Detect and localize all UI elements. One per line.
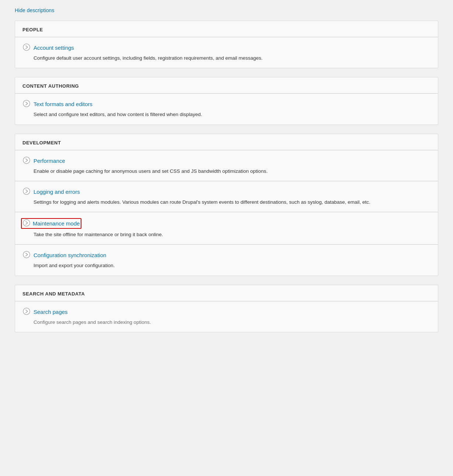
chevron-right-icon — [22, 156, 34, 165]
description-configuration-synchronization: Import and export your configuration. — [22, 262, 431, 269]
section-header-development: DEVELOPMENT — [15, 134, 438, 146]
item-title-row-logging-and-errors: Logging and errors — [22, 187, 431, 196]
svg-point-2 — [23, 157, 30, 164]
description-account-settings: Configure default user account settings,… — [22, 55, 431, 62]
item-title-row-maintenance-mode: Maintenance mode — [22, 218, 431, 229]
item-logging-and-errors: Logging and errorsSettings for logging a… — [15, 181, 438, 212]
svg-point-1 — [23, 100, 30, 107]
section-header-people: PEOPLE — [15, 21, 438, 32]
chevron-right-icon — [22, 307, 34, 316]
description-maintenance-mode: Take the site offline for maintenance or… — [22, 231, 431, 238]
section-title-search-and-metadata: SEARCH AND METADATA — [22, 291, 431, 297]
link-performance[interactable]: Performance — [34, 158, 65, 164]
maintenance-highlight-box: Maintenance mode — [21, 218, 81, 229]
section-title-development: DEVELOPMENT — [22, 140, 431, 146]
svg-point-5 — [23, 251, 30, 258]
description-text-formats: Select and configure text editors, and h… — [22, 111, 431, 118]
item-maintenance-mode: Maintenance modeTake the site offline fo… — [15, 212, 438, 245]
item-title-row-text-formats: Text formats and editors — [22, 99, 431, 109]
item-title-row-configuration-synchronization: Configuration synchronization — [22, 251, 431, 260]
link-configuration-synchronization[interactable]: Configuration synchronization — [34, 252, 106, 258]
section-development: DEVELOPMENT PerformanceEnable or disable… — [15, 134, 438, 276]
page-wrapper: Hide descriptions PEOPLE Account setting… — [0, 0, 453, 356]
chevron-right-icon — [22, 187, 34, 196]
link-maintenance-mode[interactable]: Maintenance mode — [33, 220, 80, 227]
link-text-formats[interactable]: Text formats and editors — [34, 101, 92, 107]
section-people: PEOPLE Account settingsConfigure default… — [15, 21, 438, 68]
chevron-right-icon — [22, 219, 33, 228]
sections-container: PEOPLE Account settingsConfigure default… — [15, 21, 438, 332]
description-search-pages: Configure search pages and search indexi… — [22, 319, 431, 326]
section-search-and-metadata: SEARCH AND METADATA Search pagesConfigur… — [15, 285, 438, 332]
item-text-formats: Text formats and editorsSelect and confi… — [15, 94, 438, 124]
hide-descriptions-link[interactable]: Hide descriptions — [15, 7, 54, 13]
chevron-right-icon — [22, 43, 34, 52]
chevron-right-icon — [22, 99, 34, 109]
item-performance: PerformanceEnable or disable page cachin… — [15, 150, 438, 181]
section-header-content-authoring: CONTENT AUTHORING — [15, 77, 438, 89]
item-title-row-account-settings: Account settings — [22, 43, 431, 52]
item-title-row-search-pages: Search pages — [22, 307, 431, 316]
link-account-settings[interactable]: Account settings — [34, 45, 74, 51]
description-logging-and-errors: Settings for logging and alerts modules.… — [22, 199, 431, 206]
svg-point-6 — [23, 308, 30, 315]
svg-point-4 — [23, 220, 30, 226]
link-logging-and-errors[interactable]: Logging and errors — [34, 189, 80, 195]
chevron-right-icon — [22, 251, 34, 260]
section-title-people: PEOPLE — [22, 27, 431, 32]
section-content-authoring: CONTENT AUTHORING Text formats and edito… — [15, 77, 438, 125]
item-configuration-synchronization: Configuration synchronizationImport and … — [15, 245, 438, 275]
svg-point-0 — [23, 44, 30, 50]
link-search-pages[interactable]: Search pages — [34, 309, 68, 315]
item-title-row-performance: Performance — [22, 156, 431, 165]
svg-point-3 — [23, 188, 30, 195]
item-search-pages: Search pagesConfigure search pages and s… — [15, 301, 438, 332]
description-performance: Enable or disable page caching for anony… — [22, 168, 431, 175]
section-header-search-and-metadata: SEARCH AND METADATA — [15, 285, 438, 297]
item-account-settings: Account settingsConfigure default user a… — [15, 37, 438, 68]
section-title-content-authoring: CONTENT AUTHORING — [22, 83, 431, 89]
